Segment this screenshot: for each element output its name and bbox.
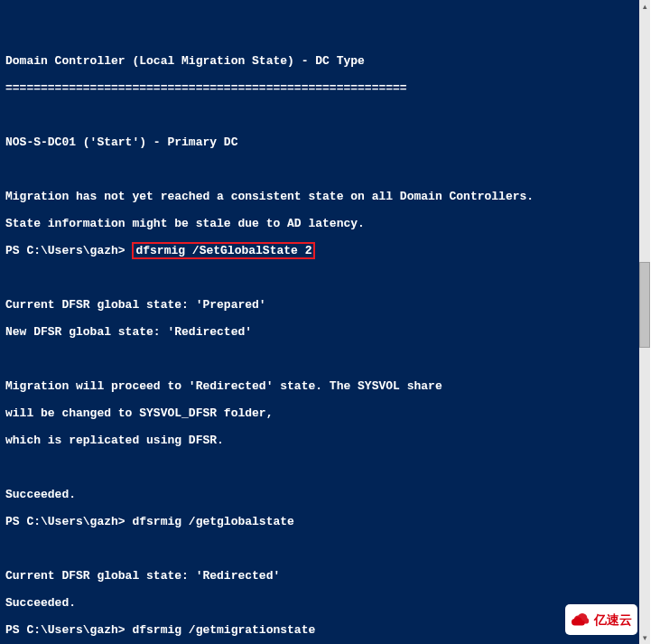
output-line <box>5 108 636 122</box>
output-line <box>5 542 636 555</box>
output-line: NOS-S-DC01 ('Start') - Primary DC <box>5 135 636 149</box>
output-line: Succeeded. <box>5 596 636 610</box>
scrollbar-thumb[interactable] <box>639 262 650 348</box>
logo-text: 亿速云 <box>594 613 632 627</box>
output-line <box>5 163 636 176</box>
output-line: State information might be stale due to … <box>5 217 636 230</box>
cloud-icon <box>572 610 591 630</box>
output-line: Current DFSR global state: 'Prepared' <box>5 298 636 312</box>
watermark-logo: 亿速云 <box>565 604 637 635</box>
output-line: Migration has not yet reached a consiste… <box>5 190 636 203</box>
output-line <box>5 461 636 474</box>
output-line: New DFSR global state: 'Redirected' <box>5 325 636 339</box>
powershell-terminal[interactable]: ▴ ▾ Domain Controller (Local Migration S… <box>0 0 650 644</box>
output-line: Succeeded. <box>5 488 636 501</box>
output-line <box>5 352 636 366</box>
output-line: Domain Controller (Local Migration State… <box>5 54 636 68</box>
output-line: PS C:\Users\gazh> dfsrmig /getmigrations… <box>5 623 636 637</box>
prompt-text: PS C:\Users\gazh> <box>5 244 132 257</box>
output-line: PS C:\Users\gazh> dfsrmig /getglobalstat… <box>5 515 636 528</box>
output-line: Current DFSR global state: 'Redirected' <box>5 569 636 583</box>
scroll-down-arrow[interactable]: ▾ <box>639 631 650 644</box>
output-line: Migration will proceed to 'Redirected' s… <box>5 379 636 393</box>
scroll-up-arrow[interactable]: ▴ <box>639 0 650 13</box>
output-line <box>5 271 636 285</box>
output-line: ========================================… <box>5 81 636 95</box>
output-line: will be changed to SYSVOL_DFSR folder, <box>5 406 636 420</box>
highlighted-command-1: dfsrmig /SetGlobalState 2 <box>132 242 315 259</box>
output-line: which is replicated using DFSR. <box>5 434 636 447</box>
prompt-line: PS C:\Users\gazh> dfsrmig /SetGlobalStat… <box>5 244 636 257</box>
